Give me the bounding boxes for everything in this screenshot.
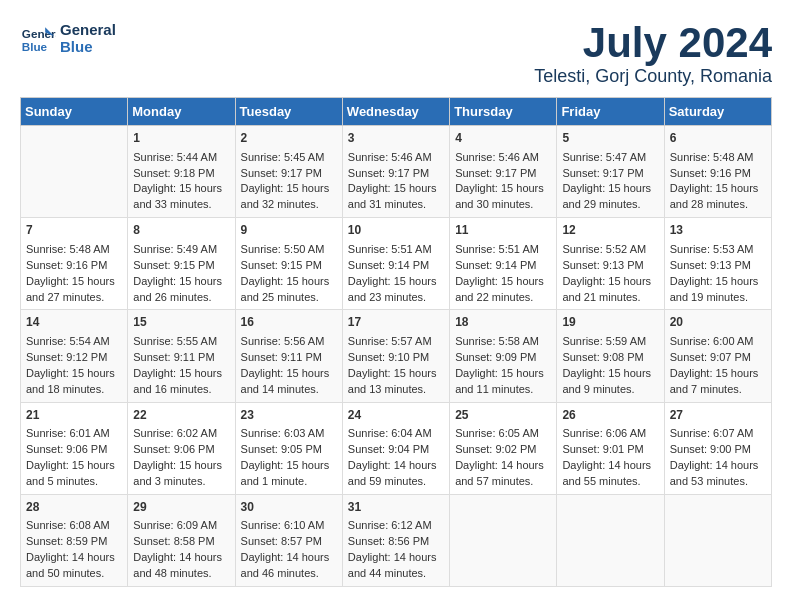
daylight-text: Daylight: 15 hours and 3 minutes. xyxy=(133,459,222,487)
day-number: 3 xyxy=(348,130,444,147)
daylight-text: Daylight: 15 hours and 27 minutes. xyxy=(26,275,115,303)
daylight-text: Daylight: 15 hours and 1 minute. xyxy=(241,459,330,487)
day-number: 16 xyxy=(241,314,337,331)
sunset-text: Sunset: 8:56 PM xyxy=(348,535,429,547)
day-header-thursday: Thursday xyxy=(450,98,557,126)
day-number: 24 xyxy=(348,407,444,424)
daylight-text: Daylight: 15 hours and 14 minutes. xyxy=(241,367,330,395)
day-number: 15 xyxy=(133,314,229,331)
calendar-cell: 6Sunrise: 5:48 AMSunset: 9:16 PMDaylight… xyxy=(664,126,771,218)
sunrise-text: Sunrise: 6:07 AM xyxy=(670,427,754,439)
calendar-cell: 17Sunrise: 5:57 AMSunset: 9:10 PMDayligh… xyxy=(342,310,449,402)
sunset-text: Sunset: 9:14 PM xyxy=(455,259,536,271)
day-number: 13 xyxy=(670,222,766,239)
calendar-cell: 7Sunrise: 5:48 AMSunset: 9:16 PMDaylight… xyxy=(21,218,128,310)
sunset-text: Sunset: 8:59 PM xyxy=(26,535,107,547)
logo-blue: Blue xyxy=(60,38,116,55)
sunrise-text: Sunrise: 5:48 AM xyxy=(26,243,110,255)
calendar-cell xyxy=(21,126,128,218)
sunrise-text: Sunrise: 6:02 AM xyxy=(133,427,217,439)
sunrise-text: Sunrise: 5:45 AM xyxy=(241,151,325,163)
daylight-text: Daylight: 14 hours and 46 minutes. xyxy=(241,551,330,579)
svg-text:Blue: Blue xyxy=(22,40,48,53)
sunrise-text: Sunrise: 6:12 AM xyxy=(348,519,432,531)
calendar-cell xyxy=(664,494,771,586)
daylight-text: Daylight: 15 hours and 29 minutes. xyxy=(562,182,651,210)
daylight-text: Daylight: 15 hours and 13 minutes. xyxy=(348,367,437,395)
sunset-text: Sunset: 9:17 PM xyxy=(348,167,429,179)
calendar-cell: 10Sunrise: 5:51 AMSunset: 9:14 PMDayligh… xyxy=(342,218,449,310)
week-row-1: 1Sunrise: 5:44 AMSunset: 9:18 PMDaylight… xyxy=(21,126,772,218)
sunset-text: Sunset: 9:01 PM xyxy=(562,443,643,455)
calendar-cell: 21Sunrise: 6:01 AMSunset: 9:06 PMDayligh… xyxy=(21,402,128,494)
calendar-cell: 15Sunrise: 5:55 AMSunset: 9:11 PMDayligh… xyxy=(128,310,235,402)
calendar-cell: 19Sunrise: 5:59 AMSunset: 9:08 PMDayligh… xyxy=(557,310,664,402)
sunset-text: Sunset: 9:02 PM xyxy=(455,443,536,455)
day-number: 18 xyxy=(455,314,551,331)
daylight-text: Daylight: 15 hours and 7 minutes. xyxy=(670,367,759,395)
day-number: 31 xyxy=(348,499,444,516)
day-number: 6 xyxy=(670,130,766,147)
sunset-text: Sunset: 9:06 PM xyxy=(133,443,214,455)
day-number: 28 xyxy=(26,499,122,516)
calendar-cell: 4Sunrise: 5:46 AMSunset: 9:17 PMDaylight… xyxy=(450,126,557,218)
sunset-text: Sunset: 9:14 PM xyxy=(348,259,429,271)
calendar-cell: 8Sunrise: 5:49 AMSunset: 9:15 PMDaylight… xyxy=(128,218,235,310)
sunset-text: Sunset: 9:15 PM xyxy=(133,259,214,271)
sunset-text: Sunset: 9:13 PM xyxy=(562,259,643,271)
day-header-monday: Monday xyxy=(128,98,235,126)
day-number: 8 xyxy=(133,222,229,239)
calendar-cell: 24Sunrise: 6:04 AMSunset: 9:04 PMDayligh… xyxy=(342,402,449,494)
daylight-text: Daylight: 15 hours and 23 minutes. xyxy=(348,275,437,303)
sunrise-text: Sunrise: 5:51 AM xyxy=(348,243,432,255)
sunrise-text: Sunrise: 5:54 AM xyxy=(26,335,110,347)
calendar-cell: 14Sunrise: 5:54 AMSunset: 9:12 PMDayligh… xyxy=(21,310,128,402)
calendar-cell: 12Sunrise: 5:52 AMSunset: 9:13 PMDayligh… xyxy=(557,218,664,310)
daylight-text: Daylight: 15 hours and 33 minutes. xyxy=(133,182,222,210)
sunset-text: Sunset: 9:15 PM xyxy=(241,259,322,271)
day-header-saturday: Saturday xyxy=(664,98,771,126)
sunrise-text: Sunrise: 5:46 AM xyxy=(455,151,539,163)
day-number: 30 xyxy=(241,499,337,516)
sunset-text: Sunset: 9:11 PM xyxy=(133,351,214,363)
calendar-cell: 28Sunrise: 6:08 AMSunset: 8:59 PMDayligh… xyxy=(21,494,128,586)
sunrise-text: Sunrise: 5:53 AM xyxy=(670,243,754,255)
sunset-text: Sunset: 9:13 PM xyxy=(670,259,751,271)
calendar-cell: 3Sunrise: 5:46 AMSunset: 9:17 PMDaylight… xyxy=(342,126,449,218)
week-row-5: 28Sunrise: 6:08 AMSunset: 8:59 PMDayligh… xyxy=(21,494,772,586)
sunset-text: Sunset: 9:17 PM xyxy=(562,167,643,179)
calendar-cell: 5Sunrise: 5:47 AMSunset: 9:17 PMDaylight… xyxy=(557,126,664,218)
daylight-text: Daylight: 14 hours and 57 minutes. xyxy=(455,459,544,487)
calendar-cell: 16Sunrise: 5:56 AMSunset: 9:11 PMDayligh… xyxy=(235,310,342,402)
day-number: 27 xyxy=(670,407,766,424)
daylight-text: Daylight: 14 hours and 48 minutes. xyxy=(133,551,222,579)
day-number: 10 xyxy=(348,222,444,239)
sunrise-text: Sunrise: 6:05 AM xyxy=(455,427,539,439)
week-row-2: 7Sunrise: 5:48 AMSunset: 9:16 PMDaylight… xyxy=(21,218,772,310)
sunrise-text: Sunrise: 6:09 AM xyxy=(133,519,217,531)
calendar-cell: 18Sunrise: 5:58 AMSunset: 9:09 PMDayligh… xyxy=(450,310,557,402)
sunrise-text: Sunrise: 6:04 AM xyxy=(348,427,432,439)
sunrise-text: Sunrise: 6:01 AM xyxy=(26,427,110,439)
calendar-cell: 29Sunrise: 6:09 AMSunset: 8:58 PMDayligh… xyxy=(128,494,235,586)
day-number: 11 xyxy=(455,222,551,239)
daylight-text: Daylight: 15 hours and 32 minutes. xyxy=(241,182,330,210)
calendar-cell xyxy=(557,494,664,586)
sunrise-text: Sunrise: 5:56 AM xyxy=(241,335,325,347)
day-header-friday: Friday xyxy=(557,98,664,126)
calendar-cell xyxy=(450,494,557,586)
calendar-cell: 26Sunrise: 6:06 AMSunset: 9:01 PMDayligh… xyxy=(557,402,664,494)
sunset-text: Sunset: 9:04 PM xyxy=(348,443,429,455)
logo: General Blue General Blue xyxy=(20,20,116,56)
day-header-wednesday: Wednesday xyxy=(342,98,449,126)
sunset-text: Sunset: 8:57 PM xyxy=(241,535,322,547)
sunset-text: Sunset: 9:07 PM xyxy=(670,351,751,363)
sunset-text: Sunset: 9:06 PM xyxy=(26,443,107,455)
daylight-text: Daylight: 15 hours and 21 minutes. xyxy=(562,275,651,303)
calendar-cell: 27Sunrise: 6:07 AMSunset: 9:00 PMDayligh… xyxy=(664,402,771,494)
logo-general: General xyxy=(60,21,116,38)
calendar-table: SundayMondayTuesdayWednesdayThursdayFrid… xyxy=(20,97,772,587)
week-row-3: 14Sunrise: 5:54 AMSunset: 9:12 PMDayligh… xyxy=(21,310,772,402)
day-number: 5 xyxy=(562,130,658,147)
title-block: July 2024 Telesti, Gorj County, Romania xyxy=(534,20,772,87)
